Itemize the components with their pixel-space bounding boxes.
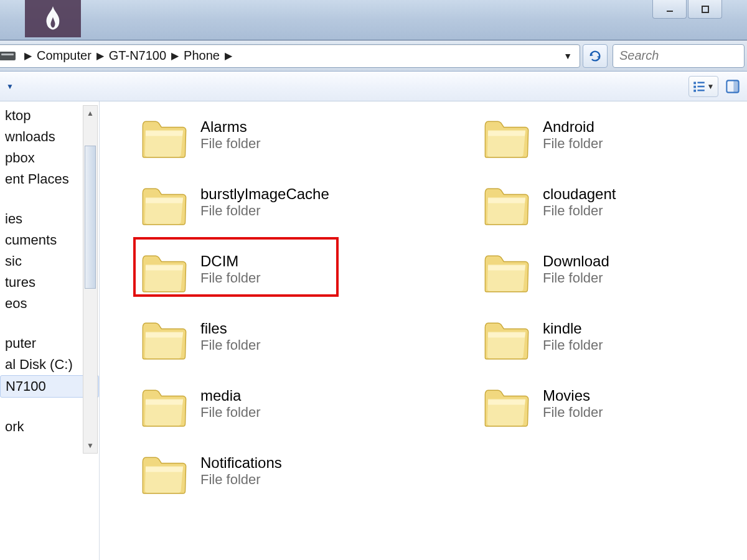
sidebar-scrollbar[interactable]: ▲ ▼: [83, 105, 98, 454]
folder-type: File folder: [543, 270, 609, 286]
folder-type: File folder: [543, 337, 603, 353]
device-icon: [0, 52, 16, 60]
folder-item[interactable]: cloudagentFile folder: [479, 171, 747, 233]
navigation-sidebar: ktopwnloadspboxent Placesiescumentssictu…: [0, 101, 100, 560]
svg-rect-7: [697, 90, 704, 91]
chevron-down-icon: ▼: [6, 82, 14, 91]
breadcrumb-separator-icon: ▶: [24, 50, 32, 62]
folder-icon: [139, 446, 189, 496]
folder-type: File folder: [200, 203, 329, 219]
toolbar: ▼ ▼: [0, 72, 747, 101]
folder-item[interactable]: filesFile folder: [137, 306, 448, 368]
folder-item[interactable]: AlarmsFile folder: [137, 104, 448, 166]
refresh-icon: [588, 49, 602, 63]
folder-name: Movies: [543, 387, 603, 404]
minimize-button[interactable]: [652, 0, 687, 19]
folder-name: kindle: [543, 320, 603, 337]
folder-icon: [139, 312, 189, 362]
refresh-button[interactable]: [583, 44, 608, 68]
folder-type: File folder: [200, 472, 282, 488]
scrollbar-thumb[interactable]: [85, 146, 96, 289]
folder-name: files: [200, 320, 261, 337]
preview-pane-icon[interactable]: [726, 80, 740, 93]
folder-item[interactable]: burstlyImageCacheFile folder: [137, 171, 448, 233]
folder-icon: [482, 312, 532, 362]
breadcrumb-separator-icon: ▶: [171, 50, 179, 62]
window-titlebar: [0, 0, 747, 40]
folder-type: File folder: [543, 136, 603, 152]
scroll-up-icon[interactable]: ▲: [83, 106, 97, 121]
svg-rect-2: [693, 82, 696, 84]
folder-icon: [139, 177, 189, 227]
folder-name: media: [200, 387, 261, 404]
svg-rect-0: [667, 11, 673, 12]
folder-icon: [482, 245, 532, 294]
svg-rect-1: [702, 6, 708, 12]
address-bar-row: ▶ Computer ▶ GT-N7100 ▶ Phone ▶ ▼ Search: [0, 40, 747, 72]
folder-item[interactable]: mediaFile folder: [137, 373, 448, 435]
folder-type: File folder: [543, 203, 616, 219]
address-dropdown-icon[interactable]: ▼: [560, 51, 576, 61]
folder-item[interactable]: kindleFile folder: [479, 306, 747, 368]
folder-name: burstlyImageCache: [200, 185, 329, 203]
breadcrumb-item[interactable]: Phone: [184, 49, 220, 63]
folder-item[interactable]: AndroidFile folder: [479, 104, 747, 166]
folder-icon: [139, 379, 189, 429]
folder-name: Download: [543, 253, 609, 270]
breadcrumb-separator-icon: ▶: [225, 50, 232, 62]
chevron-down-icon: ▼: [707, 82, 715, 91]
app-badge: [25, 0, 81, 37]
highlight-box: [133, 237, 339, 297]
svg-rect-5: [697, 85, 704, 87]
svg-rect-4: [693, 85, 696, 88]
breadcrumb-item[interactable]: Computer: [37, 49, 92, 63]
scroll-down-icon[interactable]: ▼: [83, 438, 97, 453]
list-view-icon: [693, 80, 705, 93]
folder-icon: [482, 177, 532, 227]
folder-type: File folder: [543, 404, 603, 421]
flame-icon: [42, 6, 63, 31]
folder-name: Notifications: [200, 454, 282, 472]
folder-type: File folder: [200, 404, 261, 421]
folder-name: Android: [543, 118, 603, 136]
folder-item[interactable]: MoviesFile folder: [479, 373, 747, 435]
address-bar[interactable]: ▶ Computer ▶ GT-N7100 ▶ Phone ▶ ▼: [0, 44, 580, 68]
folder-icon: [139, 110, 189, 160]
breadcrumb-separator-icon: ▶: [96, 50, 104, 62]
folder-name: Alarms: [200, 118, 261, 136]
folder-item[interactable]: NotificationsFile folder: [137, 440, 448, 502]
svg-rect-3: [697, 82, 704, 83]
folder-icon: [482, 379, 532, 429]
folder-item[interactable]: DownloadFile folder: [479, 238, 747, 301]
folder-type: File folder: [200, 337, 261, 353]
file-list: AlarmsFile folderburstlyImageCacheFile f…: [100, 101, 747, 560]
folder-type: File folder: [200, 136, 261, 152]
folder-icon: [482, 110, 532, 160]
scrollbar-track[interactable]: [83, 121, 97, 438]
svg-rect-6: [693, 90, 696, 92]
organize-menu-button[interactable]: ▼: [4, 82, 14, 91]
svg-rect-9: [733, 80, 738, 92]
search-input[interactable]: Search: [613, 44, 745, 68]
view-options-button[interactable]: ▼: [688, 76, 718, 97]
search-placeholder: Search: [619, 49, 659, 63]
maximize-button[interactable]: [688, 0, 722, 19]
breadcrumb-item[interactable]: GT-N7100: [109, 49, 166, 63]
folder-name: cloudagent: [543, 185, 616, 203]
